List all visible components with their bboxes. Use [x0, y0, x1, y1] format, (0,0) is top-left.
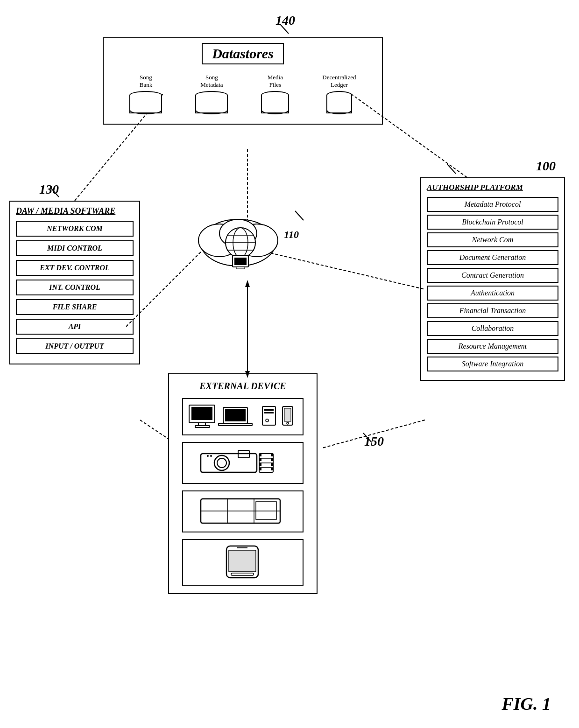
svg-rect-65	[229, 550, 256, 572]
ref-110-label: 110	[284, 229, 299, 241]
cylinder-song-bank	[129, 91, 162, 114]
svg-line-2	[266, 252, 425, 289]
external-device-box: EXTERNAL DEVICE	[168, 373, 318, 594]
daw-midi-control: MIDI CONTROL	[16, 240, 134, 256]
fig-label: FIG. 1	[501, 693, 551, 714]
ref-150: 150	[364, 434, 384, 449]
datastore-song-metadata-label: SongMetadata	[200, 74, 223, 88]
cloud-area: 110	[191, 205, 285, 282]
auth-document-generation: Document Generation	[427, 250, 558, 265]
svg-point-40	[287, 422, 289, 424]
external-devices-list	[177, 398, 309, 586]
daw-box: DAW / MEDIA SOFTWARE NETWORK COM MIDI CO…	[9, 201, 140, 364]
svg-rect-25	[234, 258, 247, 265]
svg-rect-57	[271, 463, 273, 466]
datastore-song-metadata: SongMetadata	[195, 74, 228, 114]
svg-line-8	[140, 420, 168, 439]
datastore-song-bank-label: SongBank	[140, 74, 152, 88]
auth-metadata-protocol: Metadata Protocol	[427, 197, 558, 212]
device-computers-row	[182, 398, 304, 435]
datastores-title: Datastores	[202, 43, 284, 64]
datastore-song-bank: SongBank	[129, 74, 162, 114]
device-camera-row	[182, 442, 304, 484]
cylinder-media-files	[261, 91, 289, 114]
svg-line-12	[447, 164, 456, 174]
svg-rect-35	[264, 409, 274, 411]
daw-api: API	[16, 319, 134, 335]
cylinder-decentralized-ledger	[326, 91, 352, 114]
daw-title: DAW / MEDIA SOFTWARE	[16, 206, 134, 216]
svg-line-13	[295, 211, 304, 220]
daw-network-com: NETWORK COM	[16, 221, 134, 237]
svg-rect-26	[236, 267, 245, 269]
datastore-media-files: MediaFiles	[261, 74, 289, 114]
authorship-box: AUTHORSHIP PLATFORM Metadata Protocol Bl…	[420, 177, 565, 381]
diagram: 140 Datastores SongBank SongMetadata	[0, 0, 579, 728]
svg-point-46	[210, 455, 212, 457]
datastore-decentralized-ledger-label: DecentralizedLedger	[322, 74, 356, 88]
svg-point-37	[266, 419, 268, 422]
auth-authentication: Authentication	[427, 286, 558, 301]
svg-point-43	[217, 458, 226, 468]
cylinder-song-metadata	[195, 91, 228, 114]
device-icon-mixer	[187, 495, 299, 528]
datastore-media-files-label: MediaFiles	[268, 74, 283, 88]
svg-rect-63	[256, 502, 276, 519]
svg-rect-28	[191, 407, 212, 420]
svg-rect-52	[259, 458, 261, 461]
svg-rect-39	[284, 408, 291, 421]
auth-network-com: Network Com	[427, 232, 558, 247]
svg-rect-32	[225, 409, 246, 421]
auth-software-integration: Software Integration	[427, 357, 558, 371]
svg-rect-66	[231, 573, 254, 575]
device-phone-row	[182, 539, 304, 586]
authorship-title: AUTHORSHIP PLATFORM	[427, 183, 558, 192]
ref-100: 100	[536, 159, 556, 174]
device-icons-computers	[187, 403, 299, 431]
ref-130: 130	[39, 182, 59, 197]
auth-contract-generation: Contract Generation	[427, 268, 558, 283]
svg-rect-55	[271, 454, 273, 456]
daw-ext-dev-control: EXT DEV. CONTROL	[16, 260, 134, 276]
datastore-decentralized-ledger: DecentralizedLedger	[322, 74, 356, 114]
cloud-svg	[191, 205, 285, 280]
svg-rect-51	[259, 454, 261, 456]
svg-point-45	[207, 455, 209, 457]
daw-int-control: INT. CONTROL	[16, 280, 134, 295]
svg-rect-30	[195, 426, 209, 427]
daw-file-share: FILE SHARE	[16, 299, 134, 315]
auth-blockchain-protocol: Blockchain Protocol	[427, 215, 558, 230]
auth-financial-transaction: Financial Transaction	[427, 303, 558, 318]
datastores-box: Datastores SongBank SongMetadata M	[103, 37, 383, 125]
ref-140: 140	[275, 13, 295, 28]
svg-rect-36	[264, 412, 274, 413]
daw-input-output: INPUT / OUTPUT	[16, 338, 134, 354]
svg-rect-58	[271, 468, 273, 470]
svg-rect-53	[259, 463, 261, 466]
external-device-title: EXTERNAL DEVICE	[177, 381, 309, 392]
datastores-items: SongBank SongMetadata MediaFiles	[113, 74, 373, 114]
svg-point-42	[214, 455, 229, 470]
svg-rect-54	[259, 468, 261, 470]
device-icon-phone	[187, 544, 299, 581]
svg-rect-56	[271, 458, 273, 461]
device-mixer-row	[182, 490, 304, 532]
device-icon-camera	[187, 447, 299, 479]
svg-rect-33	[219, 423, 252, 426]
auth-resource-management: Resource Management	[427, 339, 558, 354]
auth-collaboration: Collaboration	[427, 321, 558, 336]
